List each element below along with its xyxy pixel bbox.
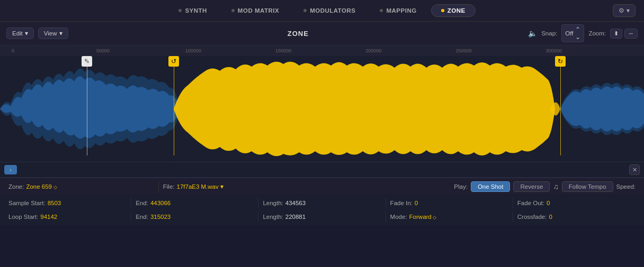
zoom-controls: ⬍ ↔ — [610, 29, 638, 39]
sample-start-value[interactable]: 8503 — [48, 200, 61, 206]
fade-in-value[interactable]: 0 — [415, 200, 418, 206]
zoom-reset-button[interactable]: ↔ — [624, 29, 638, 39]
start-marker-line — [87, 56, 87, 155]
sample-length-value: 434563 — [285, 200, 306, 206]
sample-start-label: Sample Start: — [8, 200, 46, 206]
synth-dot — [178, 9, 182, 12]
fade-out-label: Fade Out: — [517, 200, 544, 206]
loop-length-col: Length: 220881 — [263, 214, 381, 220]
crossfade-value[interactable]: 0 — [549, 214, 552, 220]
ruler-mark-0: 0 — [12, 48, 14, 53]
crossfade-label: Crossfade: — [517, 214, 547, 220]
row1-div4 — [513, 198, 513, 208]
mod-matrix-label: MOD MATRIX — [238, 7, 279, 14]
tab-synth[interactable]: SYNTH — [168, 4, 217, 17]
loop-end-col: End: 315023 — [136, 214, 254, 220]
zone-value[interactable]: Zone 659 — [26, 183, 57, 190]
row1-div3 — [386, 198, 386, 208]
waveform-container[interactable]: 0 50000 100000 150000 200000 250000 3000… — [0, 45, 644, 178]
snap-label: Snap: — [541, 30, 557, 36]
top-nav: SYNTH MOD MATRIX MODULATORS MAPPING ZONE… — [0, 0, 644, 22]
chevron-down-icon: ▾ — [627, 7, 630, 14]
settings-button[interactable]: ⚙ ▾ — [613, 4, 636, 17]
mod-matrix-dot — [231, 9, 235, 12]
play-label: Play: — [454, 183, 468, 190]
row2-div4 — [513, 211, 513, 222]
speaker-button[interactable]: 🔈 — [528, 29, 537, 38]
row1-div2 — [258, 198, 258, 208]
sample-end-value[interactable]: 443066 — [150, 200, 171, 206]
waveform-svg — [0, 56, 644, 162]
file-chevron-icon: ▾ — [220, 183, 223, 190]
scroll-close-button[interactable]: ✕ — [629, 164, 640, 175]
start-marker[interactable]: ✎ — [82, 56, 92, 67]
ruler: 0 50000 100000 150000 200000 250000 3000… — [0, 45, 644, 56]
file-info: File: 17f7aE3 M.wav ▾ — [163, 183, 309, 190]
modulators-dot — [303, 9, 307, 12]
sample-end-label: End: — [136, 200, 148, 206]
loop-end-marker-line — [560, 56, 561, 155]
ruler-mark-100k: 100000 — [185, 48, 201, 53]
sample-rows: Sample Start: 8503 End: 443066 Length: 4… — [0, 195, 644, 225]
fade-in-col: Fade In: 0 — [390, 200, 508, 206]
speed-label: Speed: — [616, 183, 636, 190]
loop-start-label: Loop Start: — [8, 214, 38, 220]
toolbar: Edit ▾ View ▾ ZONE 🔈 Snap: Off ⌃⌄ Zoom: … — [0, 22, 644, 45]
row2-div2 — [258, 211, 258, 222]
tab-mapping[interactable]: MAPPING — [370, 4, 426, 17]
loop-start-marker[interactable]: ↺ — [168, 56, 179, 67]
loop-end-label: End: — [136, 214, 148, 220]
separator-1 — [158, 181, 159, 192]
loop-start-value[interactable]: 94142 — [40, 214, 57, 220]
sample-row-2: Loop Start: 94142 End: 315023 Length: 22… — [8, 210, 636, 223]
one-shot-button[interactable]: One Shot — [471, 181, 511, 192]
ruler-mark-50k: 50000 — [96, 48, 110, 53]
sample-end-col: End: 443066 — [136, 200, 254, 206]
loop-start-col: Loop Start: 94142 — [8, 214, 127, 220]
toolbar-title: ZONE — [73, 30, 524, 38]
modulators-label: MODULATORS — [310, 7, 355, 14]
view-label: View — [44, 30, 57, 36]
snap-value: Off — [565, 30, 573, 36]
scroll-thumb[interactable]: › — [4, 165, 17, 174]
zone-info: Zone: Zone 659 — [8, 183, 154, 190]
synth-label: SYNTH — [185, 7, 207, 14]
edit-dropdown[interactable]: Edit ▾ — [6, 27, 34, 39]
follow-tempo-button[interactable]: Follow Tempo — [562, 181, 613, 192]
crossfade-col: Crossfade: 0 — [517, 214, 636, 220]
view-dropdown[interactable]: View ▾ — [38, 27, 68, 39]
row2-div3 — [386, 211, 386, 222]
tab-modulators[interactable]: MODULATORS — [293, 4, 365, 17]
tab-zone[interactable]: ZONE — [431, 4, 476, 17]
reverse-button[interactable]: Reverse — [513, 181, 550, 192]
ruler-mark-150k: 150000 — [275, 48, 291, 53]
zone-tab-label: ZONE — [448, 7, 466, 14]
sample-length-col: Length: 434563 — [263, 200, 381, 206]
loop-end-marker[interactable]: ↻ — [555, 56, 566, 67]
fade-in-label: Fade In: — [390, 200, 413, 206]
file-value[interactable]: 17f7aE3 M.wav ▾ — [177, 183, 223, 190]
ruler-mark-300k: 300000 — [546, 48, 562, 53]
gear-icon: ⚙ — [619, 7, 624, 14]
fade-out-value[interactable]: 0 — [547, 200, 550, 206]
fade-out-col: Fade Out: 0 — [517, 200, 636, 206]
play-controls: Play: One Shot Reverse ♫ Follow Tempo Sp… — [454, 181, 636, 192]
zoom-label: Zoom: — [588, 30, 606, 36]
loop-end-value[interactable]: 315023 — [150, 214, 171, 220]
info-bar: Zone: Zone 659 File: 17f7aE3 M.wav ▾ Pla… — [0, 178, 644, 195]
mode-value[interactable]: Forward — [409, 214, 437, 220]
musical-note-icon: ♫ — [553, 182, 559, 191]
mapping-dot — [380, 9, 383, 12]
sample-start-col: Sample Start: 8503 — [8, 200, 127, 206]
row2-div1 — [131, 211, 131, 222]
zoom-fit-button[interactable]: ⬍ — [610, 29, 622, 39]
sample-row-1: Sample Start: 8503 End: 443066 Length: 4… — [8, 197, 636, 209]
snap-dropdown[interactable]: Off ⌃⌄ — [561, 24, 584, 42]
loop-length-value: 220881 — [285, 214, 306, 220]
scrollbar-area: › ✕ — [0, 162, 644, 177]
ruler-mark-200k: 200000 — [365, 48, 381, 53]
view-chevron-icon: ▾ — [59, 30, 62, 37]
zone-dot — [441, 9, 444, 12]
mode-col: Mode: Forward — [390, 214, 508, 220]
tab-mod-matrix[interactable]: MOD MATRIX — [221, 4, 289, 17]
